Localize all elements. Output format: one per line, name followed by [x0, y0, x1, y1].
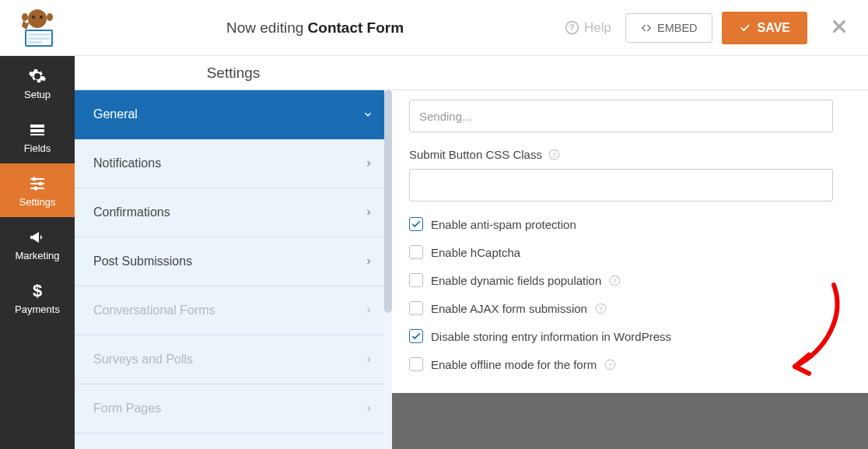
chevron-right-icon — [364, 207, 373, 218]
svg-text:?: ? — [613, 277, 617, 284]
settings-menu-conversational[interactable]: Conversational Forms — [75, 286, 392, 335]
settings-menu-label: Confirmations — [93, 205, 170, 219]
settings-header: Settings — [75, 56, 392, 90]
panel-header-spacer — [392, 56, 868, 90]
check-label: Disable storing entry information in Wor… — [431, 330, 671, 343]
svg-point-0 — [28, 9, 47, 28]
save-button[interactable]: SAVE — [722, 12, 807, 44]
wpforms-logo — [16, 6, 59, 50]
svg-rect-9 — [28, 41, 42, 44]
check-offline[interactable]: Enable offline mode for the form ? — [409, 357, 851, 371]
settings-menu-notifications[interactable]: Notifications — [75, 139, 392, 188]
chevron-right-icon — [364, 354, 373, 365]
sidenav-label: Payments — [3, 303, 72, 315]
svg-rect-13 — [30, 129, 44, 132]
settings-column: Settings General Notifications Confirmat… — [75, 56, 392, 449]
top-bar: Now editing Contact Form ? Help EMBED SA… — [0, 0, 868, 56]
svg-point-4 — [47, 13, 53, 21]
editing-prefix: Now editing — [226, 19, 308, 36]
check-dynamic-fields[interactable]: Enable dynamic fields population ? — [409, 273, 851, 287]
svg-point-15 — [33, 177, 37, 181]
panel-backdrop: Submit Button CSS Class ? Enable anti-sp… — [392, 90, 868, 449]
svg-point-2 — [40, 16, 43, 19]
chevron-right-icon — [364, 403, 373, 414]
sidenav-label: Fields — [3, 142, 72, 154]
settings-menu-form-pages[interactable]: Form Pages — [75, 384, 392, 433]
embed-label: EMBED — [657, 22, 698, 34]
checkbox-list: Enable anti-spam protection Enable hCapt… — [409, 217, 851, 371]
help-icon[interactable]: ? — [609, 275, 621, 286]
settings-scrollbar[interactable] — [384, 90, 392, 449]
help-label: Help — [584, 20, 611, 36]
svg-point-3 — [22, 13, 28, 21]
sidenav-label: Setup — [3, 89, 72, 100]
check-antispam[interactable]: Enable anti-spam protection — [409, 217, 851, 231]
svg-point-1 — [32, 16, 35, 19]
settings-menu-label: Post Submissions — [93, 254, 192, 268]
checkbox-icon — [409, 357, 423, 371]
chevron-right-icon — [364, 158, 373, 169]
check-label: Enable dynamic fields population — [431, 274, 601, 287]
sidenav-label: Marketing — [3, 250, 72, 261]
main: Setup Fields Settings Marketing $ Paymen… — [0, 56, 868, 449]
svg-text:?: ? — [608, 361, 612, 368]
help-icon[interactable]: ? — [595, 303, 607, 314]
settings-menu-confirmations[interactable]: Confirmations — [75, 188, 392, 237]
save-label: SAVE — [758, 21, 790, 35]
chevron-right-icon — [364, 256, 373, 267]
svg-text:?: ? — [599, 305, 603, 312]
sending-input[interactable] — [409, 100, 833, 132]
check-label: Enable AJAX form submission — [431, 302, 587, 315]
check-icon — [739, 23, 751, 33]
top-actions: ? Help EMBED SAVE — [565, 11, 852, 45]
check-hcaptcha[interactable]: Enable hCaptcha — [409, 245, 851, 259]
sidenav-label: Settings — [3, 196, 72, 208]
checkbox-icon — [409, 329, 423, 343]
css-class-label: Submit Button CSS Class ? — [409, 148, 851, 161]
svg-rect-12 — [30, 125, 44, 128]
svg-text:?: ? — [569, 23, 575, 32]
code-icon — [640, 23, 653, 33]
checkbox-icon — [409, 217, 423, 231]
scrollbar-thumb[interactable] — [384, 90, 392, 313]
settings-menu-post-submissions[interactable]: Post Submissions — [75, 237, 392, 286]
svg-point-17 — [34, 187, 38, 191]
sidenav-settings[interactable]: Settings — [0, 163, 75, 217]
sidenav-fields[interactable]: Fields — [0, 110, 75, 163]
panel-area: Submit Button CSS Class ? Enable anti-sp… — [392, 56, 868, 449]
chevron-right-icon — [364, 305, 373, 316]
check-label: Enable offline mode for the form — [431, 358, 597, 371]
svg-text:$: $ — [33, 282, 42, 300]
help-icon[interactable]: ? — [604, 359, 616, 370]
settings-menu-general[interactable]: General — [75, 90, 392, 139]
settings-menu-label: Surveys and Polls — [93, 353, 193, 367]
css-class-input[interactable] — [409, 169, 833, 202]
css-class-label-text: Submit Button CSS Class — [409, 148, 542, 161]
help-icon[interactable]: ? — [548, 149, 560, 160]
svg-rect-14 — [30, 134, 44, 135]
list-icon — [26, 121, 48, 139]
check-ajax[interactable]: Enable AJAX form submission ? — [409, 301, 851, 315]
settings-menu-label: General — [93, 107, 138, 121]
gear-icon — [26, 67, 48, 86]
sidenav-setup[interactable]: Setup — [0, 56, 75, 110]
check-label: Enable anti-spam protection — [431, 218, 576, 231]
sidenav-payments[interactable]: $ Payments — [0, 271, 75, 324]
checkbox-icon — [409, 273, 423, 287]
svg-rect-7 — [28, 33, 50, 36]
close-button[interactable] — [817, 11, 852, 45]
sidenav-marketing[interactable]: Marketing — [0, 217, 75, 271]
close-icon — [831, 18, 848, 35]
svg-point-16 — [39, 182, 43, 186]
bullhorn-icon — [26, 228, 48, 247]
svg-text:?: ? — [552, 152, 556, 159]
editing-header: Now editing Contact Form — [65, 19, 565, 37]
sending-row — [409, 100, 851, 132]
check-disable-storing[interactable]: Disable storing entry information in Wor… — [409, 329, 851, 343]
help-icon: ? — [565, 20, 579, 35]
settings-menu-surveys[interactable]: Surveys and Polls — [75, 335, 392, 384]
help-link[interactable]: ? Help — [565, 20, 611, 36]
settings-menu-label: Notifications — [93, 156, 161, 170]
embed-button[interactable]: EMBED — [625, 13, 712, 43]
check-label: Enable hCaptcha — [431, 246, 520, 259]
